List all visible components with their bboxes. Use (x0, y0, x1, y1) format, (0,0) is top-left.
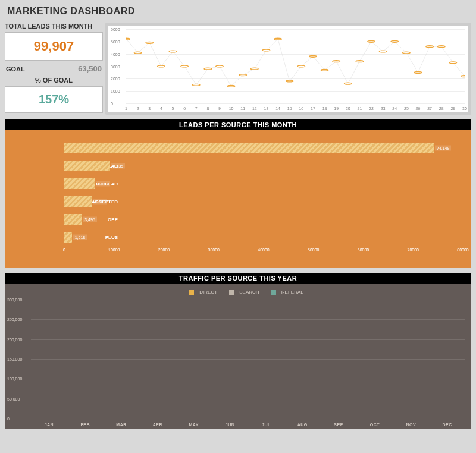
line-xtick: 1 (125, 106, 127, 111)
svg-point-21 (368, 40, 375, 42)
top-kpi-row: TOTAL LEADS THIS MONTH 99,907 GOAL 63,50… (2, 23, 474, 115)
line-xtick: 21 (358, 106, 362, 111)
svg-point-10 (239, 74, 247, 76)
line-xtick: 3 (148, 106, 151, 111)
dashboard-title: MARKETING DASHBOARD (2, 2, 474, 23)
source-xtick: 0 (63, 248, 65, 252)
svg-point-27 (437, 46, 445, 48)
line-xtick: 17 (311, 106, 315, 111)
leads-per-source-chart: WEB VISIT74,148CAPTURED LEAD9,135ACTIONA… (5, 130, 471, 268)
source-xtick: 60000 (358, 248, 369, 252)
line-xtick: 25 (404, 106, 409, 111)
source-bar-value: 5,572 (93, 199, 108, 205)
svg-point-1 (134, 52, 142, 54)
traffic-legend: DIRECT SEARCH REFERAL (31, 290, 465, 300)
svg-point-14 (286, 80, 293, 82)
traffic-month-label: JUN (212, 423, 248, 427)
traffic-month-label: FEB (67, 423, 104, 427)
line-xtick: 13 (264, 106, 269, 111)
traffic-month-label: DEC (429, 423, 465, 427)
goal-value: 63,500 (78, 64, 102, 73)
line-xtick: 8 (206, 106, 209, 111)
svg-point-19 (345, 83, 352, 84)
line-xtick: 5 (172, 106, 174, 111)
traffic-per-source-chart: DIRECT SEARCH REFERAL 050,000100,000150,… (5, 284, 471, 429)
svg-point-22 (379, 51, 387, 52)
line-xtick: 12 (252, 106, 257, 111)
source-bar-value: 9,135 (111, 163, 126, 169)
goal-label: GOAL (6, 65, 25, 73)
line-xtick: 26 (416, 106, 421, 111)
traffic-month-label: MAY (176, 423, 212, 427)
line-ytick: 5000 (111, 39, 120, 43)
line-ytick: 3000 (111, 64, 120, 68)
traffic-ytick: 300,000 (7, 298, 22, 302)
line-xtick: 4 (160, 106, 162, 111)
source-bar (64, 214, 82, 225)
goal-row: GOAL 63,500 (5, 63, 103, 74)
svg-point-17 (321, 69, 328, 71)
svg-point-16 (309, 55, 317, 57)
svg-point-13 (274, 38, 282, 40)
line-xtick: 7 (195, 106, 198, 111)
traffic-month-label: JAN (31, 423, 67, 427)
line-xtick: 10 (229, 106, 234, 111)
svg-point-4 (169, 51, 177, 52)
legend-direct: DIRECT (199, 290, 217, 295)
line-ytick: 1000 (111, 89, 120, 93)
line-xtick: 18 (322, 106, 327, 111)
traffic-per-source-header: TRAFFIC PER SOURCE THIS YEAR (5, 273, 471, 284)
line-xtick: 19 (334, 106, 339, 111)
total-leads-value: 99,907 (5, 39, 102, 54)
line-xtick: 20 (346, 106, 350, 111)
svg-point-12 (262, 49, 270, 51)
source-bar (64, 178, 95, 189)
svg-point-0 (126, 38, 130, 40)
source-bar (64, 161, 110, 171)
traffic-ytick: 250,000 (7, 317, 22, 322)
traffic-month-label: NOV (393, 423, 429, 427)
line-xtick: 24 (392, 106, 397, 111)
source-xtick: 80000 (457, 248, 468, 252)
traffic-month-label: AUG (284, 423, 321, 427)
source-bar-value: 3,495 (83, 217, 97, 222)
line-xtick: 2 (137, 106, 139, 111)
svg-point-8 (216, 65, 224, 67)
legend-search: SEARCH (239, 290, 259, 295)
svg-point-24 (403, 52, 411, 54)
source-xtick: 10000 (108, 248, 120, 252)
traffic-ytick: 50,000 (7, 397, 20, 401)
svg-point-18 (333, 61, 340, 62)
source-xtick: 50000 (308, 248, 319, 252)
line-xtick: 27 (427, 106, 432, 111)
total-leads-label: TOTAL LEADS THIS MONTH (5, 23, 103, 30)
source-bar-value: 74,148 (435, 146, 451, 151)
source-bar (64, 143, 434, 153)
source-bar-value: 6,187 (96, 181, 111, 187)
svg-point-20 (356, 61, 364, 62)
traffic-month-label: SEP (321, 423, 357, 427)
traffic-ytick: 0 (7, 417, 10, 421)
source-xtick: 40000 (258, 248, 269, 252)
source-bar-value: 1,518 (73, 235, 87, 240)
total-leads-card: 99,907 (5, 32, 103, 61)
pct-goal-value: 157% (5, 93, 102, 106)
line-xtick: 11 (240, 106, 245, 111)
pct-goal-card: 157% (5, 86, 103, 113)
line-ytick: 4000 (111, 52, 120, 56)
svg-point-28 (449, 62, 457, 64)
traffic-ytick: 100,000 (7, 377, 22, 381)
line-ytick: 6000 (111, 27, 120, 32)
leads-daily-line-chart: 0100020003000400050006000123456789101112… (105, 23, 471, 115)
traffic-month-label: APR (140, 423, 176, 427)
line-ytick: 2000 (111, 77, 120, 81)
traffic-month-label: OCT (357, 423, 393, 427)
leads-per-source-header: LEADS PER SOURCE THIS MONTH (5, 119, 471, 130)
svg-point-5 (181, 65, 189, 67)
line-xtick: 9 (218, 106, 221, 111)
svg-point-11 (251, 68, 259, 70)
svg-point-23 (391, 40, 399, 42)
line-xtick: 23 (381, 106, 386, 111)
line-xtick: 29 (450, 106, 455, 111)
line-xtick: 16 (299, 106, 303, 111)
